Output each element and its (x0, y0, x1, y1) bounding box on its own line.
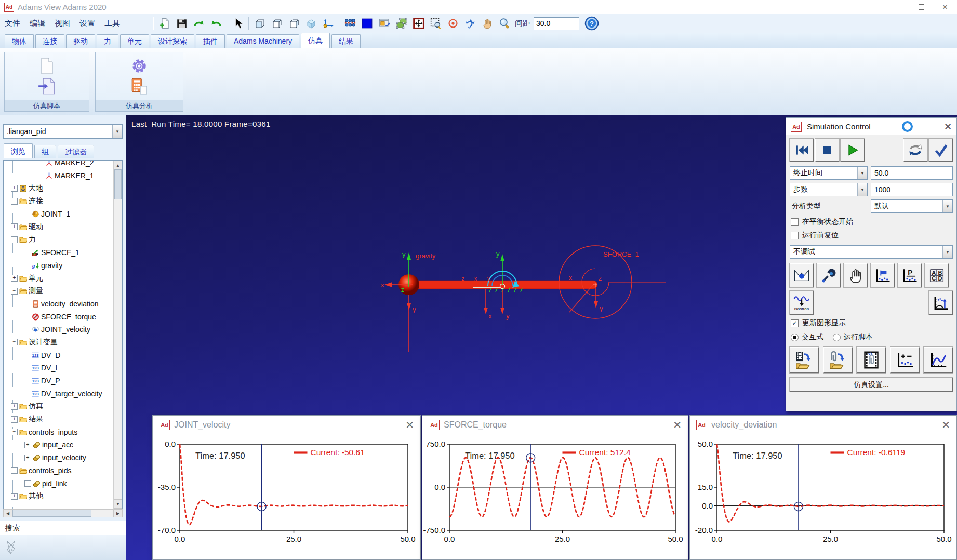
plot-flag-button[interactable] (871, 263, 895, 287)
expander-minus-icon[interactable]: − (11, 198, 18, 205)
simulation-settings-button[interactable]: 仿真设置... (790, 378, 953, 392)
menu-item[interactable]: 设置 (75, 19, 100, 28)
vertex-grid-button[interactable] (341, 15, 358, 32)
cube-front-button[interactable] (251, 15, 268, 32)
expander-minus-icon[interactable]: − (24, 480, 31, 487)
minimize-button[interactable] (885, 0, 909, 14)
tree-item[interactable]: 123 DV_target_velocity (4, 387, 114, 400)
plot-titlebar[interactable]: Ad JOINT_velocity ✕ (153, 416, 420, 434)
steps-input[interactable]: 1000 (871, 183, 953, 196)
expander-plus-icon[interactable]: + (24, 455, 31, 461)
sidebar-tab-过滤器[interactable]: 过滤器 (58, 145, 94, 158)
tree-item[interactable]: MARKER_1 (4, 169, 114, 182)
scroll-up-icon[interactable]: ▲ (114, 161, 122, 170)
sidebar-tab-浏览[interactable]: 浏览 (4, 143, 33, 158)
play-button[interactable] (841, 139, 865, 162)
tab-Adams Machinery[interactable]: Adams Machinery (227, 34, 299, 48)
end-time-selector[interactable]: 终止时间▼ (790, 166, 868, 180)
tree-item[interactable]: − controls_inputs (4, 425, 114, 438)
tree-vertical-scrollbar[interactable]: ▲ ▼ (113, 161, 122, 509)
close-icon[interactable]: ✕ (673, 420, 682, 430)
tab-设计探索[interactable]: 设计探索 (151, 34, 194, 48)
steps-selector[interactable]: 步数▼ (790, 183, 868, 196)
tree-horizontal-scrollbar[interactable]: ◀ ▶ (3, 509, 123, 517)
tree-item[interactable]: MARKER_2 (4, 160, 114, 169)
expander-plus-icon[interactable]: + (11, 275, 18, 282)
color-swatch-button[interactable] (358, 15, 376, 32)
menu-item[interactable]: 视图 (50, 19, 75, 28)
tree-item[interactable]: 123 DV_I (4, 362, 114, 375)
fit-view-button[interactable] (410, 15, 427, 32)
select-arrow-button[interactable] (229, 15, 246, 32)
ribbon-group[interactable]: 仿真脚本 (4, 52, 89, 112)
plot-window-joint-velocity[interactable]: Ad JOINT_velocity ✕ 0.0-35.0-70.00.025.0… (152, 415, 421, 560)
tree-item[interactable]: F SFORCE_1 (4, 246, 114, 259)
scrollbar-thumb[interactable] (114, 169, 122, 199)
run-script-radio[interactable]: 运行脚本 (833, 332, 873, 342)
clip-save-button[interactable] (823, 347, 853, 373)
menu-item[interactable]: 工具 (100, 19, 125, 28)
tree-item[interactable]: JOINT_velocity (4, 323, 114, 336)
cube-shaded-button[interactable] (302, 15, 320, 32)
reset-button[interactable] (903, 139, 927, 162)
expander-minus-icon[interactable]: − (11, 236, 18, 243)
plot-titlebar[interactable]: Ad SFORCE_torque ✕ (422, 416, 688, 434)
tree-item[interactable]: 123 DV_D (4, 349, 114, 362)
tree-item[interactable]: velocity_deviation (4, 298, 114, 311)
help-icon[interactable]: ? (584, 16, 599, 31)
wrench-button[interactable] (817, 263, 841, 287)
save-button[interactable] (173, 15, 190, 32)
tree-item[interactable]: + 单元 (4, 272, 114, 285)
update-display-checkbox[interactable]: ✓ 更新图形显示 (791, 318, 952, 328)
checkbox-unchecked-icon[interactable] (791, 218, 799, 226)
hand-button[interactable] (844, 263, 868, 287)
radio-selected-icon[interactable] (791, 334, 799, 341)
verify-button[interactable] (929, 139, 953, 162)
tab-插件[interactable]: 插件 (196, 34, 225, 48)
stop-button[interactable] (815, 139, 839, 162)
tree-item[interactable]: JOINT_1 (4, 208, 114, 221)
restore-button[interactable] (909, 0, 933, 14)
envelope-plot-button[interactable] (790, 263, 814, 287)
expander-plus-icon[interactable]: + (11, 403, 18, 410)
film-save-button[interactable] (790, 347, 819, 373)
scroll-down-icon[interactable]: ▼ (114, 499, 122, 509)
end-time-input[interactable]: 50.0 (871, 166, 953, 180)
tree-item[interactable]: SFORCE_torque (4, 310, 114, 323)
chevron-down-icon[interactable]: ▼ (942, 200, 952, 212)
pan-hand-button[interactable] (478, 15, 496, 32)
chevron-down-icon[interactable]: ▼ (857, 167, 867, 179)
close-icon[interactable]: ✕ (405, 420, 414, 430)
cube-top-button[interactable] (285, 15, 302, 32)
expander-plus-icon[interactable]: + (11, 185, 18, 192)
reset-before-run-checkbox[interactable]: 运行前复位 (791, 231, 952, 240)
expander-minus-icon[interactable]: − (11, 339, 18, 345)
group-select-button[interactable] (393, 15, 410, 32)
search-input[interactable]: 搜索 (0, 521, 126, 536)
model-selector[interactable]: .liangan_pid ▼ (3, 124, 123, 139)
expander-plus-icon[interactable]: + (11, 223, 18, 230)
redo-button[interactable] (190, 15, 207, 32)
render-mode-button[interactable] (376, 15, 393, 32)
tab-驱动[interactable]: 驱动 (66, 34, 95, 48)
axes-button[interactable] (320, 15, 337, 32)
tab-物体[interactable]: 物体 (5, 34, 34, 48)
tab-单元[interactable]: 单元 (120, 34, 149, 48)
expander-minus-icon[interactable]: − (11, 467, 18, 474)
scroll-right-icon[interactable]: ▶ (113, 510, 122, 517)
tree-item[interactable]: + 仿真 (4, 400, 114, 413)
scroll-left-icon[interactable]: ◀ (4, 510, 12, 517)
cube-corner-button[interactable] (268, 15, 285, 32)
chevron-down-icon[interactable]: ▼ (942, 246, 952, 258)
zoom-area-button[interactable] (427, 15, 444, 32)
plot-window-sforce-torque[interactable]: Ad SFORCE_torque ✕ 750.00.0-750.00.025.0… (422, 415, 688, 560)
checkbox-checked-icon[interactable]: ✓ (791, 319, 799, 327)
tree-item[interactable]: − 连接 (4, 195, 114, 208)
ribbon-group[interactable]: 仿真分析 (95, 52, 183, 112)
chevron-down-icon[interactable]: ▼ (857, 183, 867, 196)
zoom-button[interactable] (496, 15, 513, 32)
spacing-input[interactable] (534, 17, 579, 30)
expander-plus-icon[interactable]: + (11, 493, 18, 500)
nastran-button[interactable]: Nastran (790, 291, 814, 315)
tree-item[interactable]: + 结果 (4, 413, 114, 426)
